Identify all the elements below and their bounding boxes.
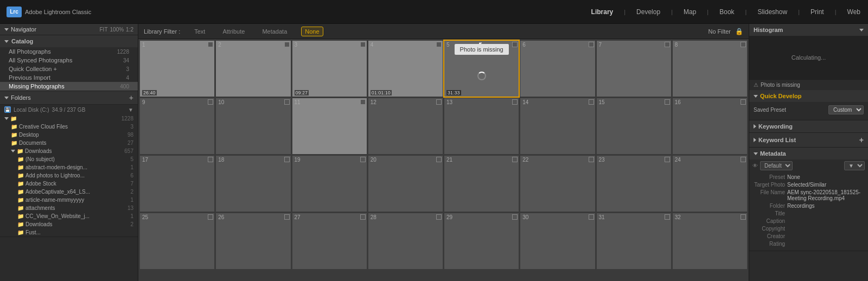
catalog-previous-import[interactable]: Previous Import 4	[0, 73, 138, 82]
nav-web[interactable]: Web	[846, 6, 861, 18]
folders-header[interactable]: Folders +	[0, 91, 138, 104]
cell-badge-10	[284, 99, 290, 105]
meta-target-label: Target Photo	[752, 182, 785, 188]
grid-cell-8[interactable]: 8	[673, 41, 747, 97]
grid-cell-18[interactable]: 18	[216, 156, 290, 212]
grid-container[interactable]: 1 26:40 2 3 09:27	[138, 39, 749, 281]
cell-thumb-6	[520, 41, 595, 97]
add-folder-btn[interactable]: +	[129, 93, 133, 102]
navigator-header[interactable]: Navigator FIT 100% 1:2	[0, 24, 138, 35]
grid-cell-20[interactable]: 20	[368, 156, 443, 212]
folder-downloads[interactable]: 📁 Downloads 657	[0, 147, 138, 155]
nav-print[interactable]: Print	[809, 6, 825, 18]
catalog-title: Catalog	[11, 38, 33, 44]
catalog-all-photos[interactable]: All Photographs 1228	[0, 47, 138, 56]
folder-creative-cloud[interactable]: 📁 Creative Cloud Files 3	[0, 123, 138, 131]
nav-develop[interactable]: Develop	[635, 6, 661, 18]
folder-documents[interactable]: 📁 Documents 27	[0, 139, 138, 147]
folder-desktop[interactable]: 📁 Desktop 98	[0, 131, 138, 139]
catalog-missing-photos[interactable]: Missing Photographs 400	[0, 82, 138, 91]
folder-downloads-sub[interactable]: 📁 Downloads 2	[0, 220, 138, 228]
filter-attribute[interactable]: Attribute	[219, 27, 248, 36]
filter-metadata[interactable]: Metadata	[259, 27, 290, 36]
catalog-quick-collection[interactable]: Quick Collection + 3	[0, 65, 138, 73]
logo-badge: Lrc	[7, 7, 22, 17]
grid-cell-16[interactable]: 16	[673, 98, 747, 154]
grid-cell-23[interactable]: 23	[597, 156, 671, 212]
disk-dropdown-icon[interactable]: ▼	[128, 107, 133, 113]
qd-preset-select[interactable]: Custom	[828, 105, 864, 114]
quick-develop-header[interactable]: Quick Develop	[749, 90, 868, 102]
filter-none[interactable]: None	[301, 27, 323, 36]
grid-cell-10[interactable]: 10	[216, 98, 290, 154]
meta-creator-label: Creator	[752, 233, 785, 239]
nav-slideshow[interactable]: Slideshow	[756, 6, 788, 18]
nav-fit[interactable]: FIT	[100, 27, 108, 33]
grid-cell-32[interactable]: 32	[673, 213, 747, 269]
cell-thumb-7	[597, 41, 671, 97]
grid-cell-30[interactable]: 30	[520, 213, 595, 269]
grid-cell-21[interactable]: 21	[444, 156, 519, 212]
folder-fust[interactable]: 📁 Fust...	[0, 228, 138, 237]
grid-cell-4[interactable]: 4 01:01:10	[368, 41, 443, 97]
catalog-synced[interactable]: All Synced Photographs 34	[0, 56, 138, 65]
grid-cell-12[interactable]: 12	[368, 98, 443, 154]
cell-badge-8	[741, 42, 746, 47]
add-keyword-btn[interactable]: +	[859, 136, 864, 144]
grid-cell-17[interactable]: 17	[140, 156, 214, 212]
nav-library[interactable]: Library	[590, 6, 615, 18]
grid-cell-24[interactable]: 24	[673, 156, 747, 212]
folder-adobe-stock[interactable]: 📁 Adobe Stock 7	[0, 180, 138, 188]
grid-cell-3[interactable]: 3 09:27	[292, 41, 367, 97]
nav-zoom1[interactable]: 100%	[110, 27, 124, 33]
grid-cell-6[interactable]: 6	[520, 41, 595, 97]
grid-cell-7[interactable]: 7	[597, 41, 671, 97]
keywording-header[interactable]: Keywording	[749, 120, 868, 132]
cell-badge-1	[208, 42, 213, 47]
folder-abstract[interactable]: 📁 abstract-modern-design... 1	[0, 163, 138, 171]
grid-cell-14[interactable]: 14	[520, 98, 595, 154]
grid-cell-5[interactable]: 5 31:33 Photo is missing ↖	[444, 41, 519, 97]
meta-preset-row: Preset None	[752, 174, 865, 180]
keyword-list-header[interactable]: Keyword List +	[749, 133, 868, 147]
metadata-preset-select[interactable]: Default	[760, 161, 793, 170]
grid-cell-31[interactable]: 31	[597, 213, 671, 269]
cell-number-25: 25	[142, 214, 148, 220]
meta-target-row: Target Photo Selected/Similar	[752, 182, 865, 188]
metadata-eye-icon[interactable]: 👁	[752, 163, 758, 169]
grid-cell-11[interactable]: 11	[292, 98, 367, 154]
folder-article-name[interactable]: 📁 article-name-mmmyyyyy 1	[0, 196, 138, 204]
grid-cell-2[interactable]: 2	[216, 41, 290, 97]
grid-cell-27[interactable]: 27	[292, 213, 367, 269]
folder-add-photos[interactable]: 📁 Add photos to Lightroo... 6	[0, 171, 138, 180]
grid-cell-19[interactable]: 19	[292, 156, 367, 212]
grid-cell-25[interactable]: 25	[140, 213, 214, 269]
folder-attachments[interactable]: 📁 attachments 13	[0, 204, 138, 212]
filter-lock-icon[interactable]: 🔒	[735, 28, 743, 35]
metadata-right-select[interactable]: ▼	[844, 161, 865, 170]
folder-adobe-captivate[interactable]: 📁 AdobeCaptivate_x64_LS... 2	[0, 188, 138, 196]
navigator-controls: FIT 100% 1:2	[100, 27, 133, 33]
grid-cell-9[interactable]: 9	[140, 98, 214, 154]
grid-cell-13[interactable]: 13	[444, 98, 519, 154]
photo-missing-notice: ⚠ Photo is missing	[749, 80, 868, 90]
cell-badge-14	[589, 99, 594, 105]
meta-caption-label: Caption	[752, 218, 785, 224]
grid-cell-28[interactable]: 28	[368, 213, 443, 269]
grid-cell-1[interactable]: 1 26:40	[140, 41, 214, 97]
folder-root[interactable]: 📁 1228	[0, 114, 138, 123]
cell-time-4: 01:01:10	[371, 90, 392, 95]
grid-cell-15[interactable]: 15	[597, 98, 671, 154]
nav-zoom2[interactable]: 1:2	[126, 27, 133, 33]
nav-map[interactable]: Map	[682, 6, 697, 18]
grid-cell-22[interactable]: 22	[520, 156, 595, 212]
folder-cc-view[interactable]: 📁 CC_View_On_Website_j... 1	[0, 212, 138, 220]
filter-text[interactable]: Text	[191, 27, 208, 36]
metadata-header[interactable]: Metadata	[749, 148, 868, 159]
nav-book[interactable]: Book	[718, 6, 735, 18]
grid-cell-26[interactable]: 26	[216, 213, 290, 269]
grid-cell-29[interactable]: 29	[444, 213, 519, 269]
histogram-header[interactable]: Histogram	[749, 24, 868, 36]
folder-no-subject[interactable]: 📁 (No subject) 5	[0, 155, 138, 163]
catalog-header[interactable]: Catalog	[0, 35, 138, 47]
